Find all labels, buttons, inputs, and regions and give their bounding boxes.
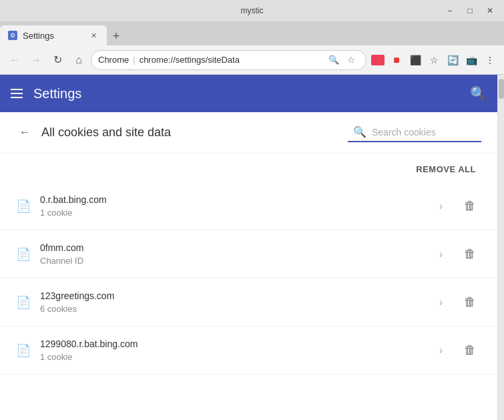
cookie-name: 0fmm.com bbox=[40, 242, 426, 253]
cookie-delete-button[interactable]: 🗑 bbox=[459, 242, 481, 266]
url-path: siteData bbox=[208, 55, 240, 65]
cookie-item: 📄 123greetings.com 6 cookies › 🗑 bbox=[0, 278, 497, 327]
omnibox-actions: 🔍 ☆ bbox=[326, 52, 359, 68]
hamburger-menu-button[interactable] bbox=[11, 89, 23, 98]
cookie-item: 📄 0fmm.com Channel ID › 🗑 bbox=[0, 230, 497, 278]
cookie-file-icon: 📄 bbox=[16, 247, 32, 262]
hamburger-line-2 bbox=[11, 93, 23, 94]
hamburger-line-3 bbox=[11, 97, 23, 98]
home-button[interactable]: ⌂ bbox=[69, 51, 88, 69]
cookie-delete-button[interactable]: 🗑 bbox=[459, 194, 481, 218]
more-tools-button[interactable]: ⋮ bbox=[481, 51, 499, 69]
settings-tab[interactable]: ⚙ Settings ✕ bbox=[0, 25, 107, 45]
scrollbar[interactable] bbox=[497, 75, 504, 420]
browser-toolbar: ← → ↻ ⌂ Chrome | chrome://settings/siteD… bbox=[0, 45, 504, 75]
settings-header-title: Settings bbox=[33, 86, 459, 101]
cookie-detail: Channel ID bbox=[40, 256, 426, 266]
cookie-expand-button[interactable]: › bbox=[434, 291, 448, 314]
cookie-info: 123greetings.com 6 cookies bbox=[40, 290, 426, 314]
tab-bar: ⚙ Settings ✕ + bbox=[0, 21, 504, 45]
search-cookies-icon: 🔍 bbox=[353, 126, 366, 138]
search-cookies-container: 🔍 bbox=[348, 123, 481, 142]
title-bar-controls: – □ ✕ bbox=[441, 4, 499, 17]
cookie-file-icon: 📄 bbox=[16, 199, 32, 214]
cookie-item: 📄 0.r.bat.bing.com 1 cookie › 🗑 bbox=[0, 182, 497, 230]
username-label: mystic bbox=[241, 6, 264, 15]
cookie-expand-button[interactable]: › bbox=[434, 243, 448, 266]
cookie-name: 1299080.r.bat.bing.com bbox=[40, 339, 426, 349]
close-button[interactable]: ✕ bbox=[481, 4, 499, 17]
cookie-detail: 1 cookie bbox=[40, 352, 426, 362]
secure-label: Chrome bbox=[98, 55, 129, 65]
toolbar-extensions-button[interactable]: ⬛ bbox=[407, 51, 424, 69]
cookie-info: 0.r.bat.bing.com 1 cookie bbox=[40, 194, 426, 218]
settings-header: Settings 🔍 bbox=[0, 75, 497, 112]
scrollbar-thumb[interactable] bbox=[499, 79, 504, 99]
forward-button[interactable]: → bbox=[27, 51, 45, 69]
reload-button[interactable]: ↻ bbox=[48, 51, 67, 69]
main-content: ← All cookies and site data 🔍 REMOVE ALL… bbox=[0, 112, 497, 420]
new-tab-button[interactable]: + bbox=[107, 27, 125, 45]
cookie-expand-button[interactable]: › bbox=[434, 195, 448, 218]
omnibox-divider: | bbox=[133, 55, 135, 65]
page-header: ← All cookies and site data 🔍 bbox=[0, 112, 497, 154]
maximize-button[interactable]: □ bbox=[461, 4, 479, 17]
cookie-file-icon: 📄 bbox=[16, 343, 32, 358]
omnibox-search-button[interactable]: 🔍 bbox=[326, 52, 342, 68]
toolbar-right-icons: ■ ⬛ ☆ 🔄 📺 ⋮ bbox=[369, 51, 499, 69]
sync-button[interactable]: 🔄 bbox=[444, 51, 461, 69]
address-bar[interactable]: Chrome | chrome://settings/siteData 🔍 ☆ bbox=[91, 50, 366, 70]
cookie-item: 📄 1299080.r.bat.bing.com 1 cookie › 🗑 bbox=[0, 327, 497, 375]
tab-favicon: ⚙ bbox=[8, 31, 17, 40]
url-display: chrome://settings/siteData bbox=[140, 55, 322, 65]
minimize-button[interactable]: – bbox=[441, 4, 459, 17]
bookmark-star-button[interactable]: ☆ bbox=[425, 51, 443, 69]
cookie-delete-button[interactable]: 🗑 bbox=[459, 290, 481, 314]
cast-button[interactable]: 📺 bbox=[463, 51, 480, 69]
cookie-name: 123greetings.com bbox=[40, 290, 426, 301]
settings-area: Settings 🔍 ← All cookies and site data 🔍… bbox=[0, 75, 497, 420]
cookie-expand-button[interactable]: › bbox=[434, 339, 448, 362]
cookie-detail: 6 cookies bbox=[40, 304, 426, 314]
pocket-icon bbox=[371, 55, 385, 65]
title-bar: mystic – □ ✕ bbox=[0, 0, 504, 21]
back-button[interactable]: ← bbox=[5, 51, 24, 69]
cookie-delete-button[interactable]: 🗑 bbox=[459, 338, 481, 363]
cookie-file-icon: 📄 bbox=[16, 295, 32, 310]
search-cookies-input[interactable] bbox=[372, 127, 472, 138]
page-back-button[interactable]: ← bbox=[16, 123, 33, 142]
tab-close-button[interactable]: ✕ bbox=[88, 30, 99, 41]
browser-content: Settings 🔍 ← All cookies and site data 🔍… bbox=[0, 75, 504, 420]
cookie-list: 📄 0.r.bat.bing.com 1 cookie › 🗑 📄 0fmm.c… bbox=[0, 182, 497, 375]
cookie-info: 1299080.r.bat.bing.com 1 cookie bbox=[40, 339, 426, 362]
settings-search-icon[interactable]: 🔍 bbox=[470, 85, 487, 101]
url-chrome: chrome://settings/ bbox=[140, 55, 208, 65]
remove-all-button[interactable]: REMOVE ALL bbox=[411, 162, 481, 177]
tab-title: Settings bbox=[23, 31, 54, 41]
pocket-button[interactable] bbox=[369, 51, 387, 69]
bookmark-button[interactable]: ☆ bbox=[343, 52, 359, 68]
cookie-info: 0fmm.com Channel ID bbox=[40, 242, 426, 266]
page-title: All cookies and site data bbox=[41, 126, 340, 140]
toolbar-red-icon[interactable]: ■ bbox=[388, 51, 405, 69]
remove-all-row: REMOVE ALL bbox=[0, 154, 497, 182]
cookie-name: 0.r.bat.bing.com bbox=[40, 194, 426, 205]
hamburger-line-1 bbox=[11, 89, 23, 90]
cookie-detail: 1 cookie bbox=[40, 208, 426, 218]
